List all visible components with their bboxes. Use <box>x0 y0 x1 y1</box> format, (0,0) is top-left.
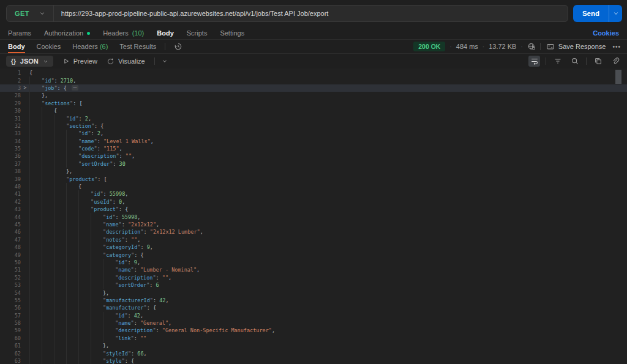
tab-settings[interactable]: Settings <box>220 29 244 37</box>
code-line[interactable]: 1{ <box>0 69 627 76</box>
indent-guide <box>54 335 66 342</box>
code-line[interactable]: 59"description": "General Non-Specific M… <box>0 327 627 334</box>
indent-guide <box>42 160 54 168</box>
response-tab-cookies[interactable]: Cookies <box>37 40 61 53</box>
indent-guide <box>54 274 66 281</box>
code-line[interactable]: 39"products": [ <box>0 175 627 182</box>
indent-guide <box>103 319 115 327</box>
indent-guide <box>42 259 54 266</box>
code-line[interactable]: 46"description": "2x12x12 Lumber", <box>0 228 627 236</box>
filter-button[interactable] <box>552 56 563 67</box>
scrollbar-thumb[interactable] <box>615 70 621 84</box>
code-line[interactable]: 35"code": "115", <box>0 145 627 152</box>
code-line[interactable]: 28}, <box>0 92 627 99</box>
link-button[interactable] <box>609 56 621 67</box>
response-tab-headers[interactable]: Headers (6) <box>72 40 108 53</box>
network-info-button[interactable] <box>527 42 536 51</box>
url-input[interactable] <box>54 6 568 21</box>
code-line[interactable]: 58"name": "General", <box>0 319 627 327</box>
code-line[interactable]: 47"notes": "", <box>0 236 627 243</box>
code-line[interactable]: 42"useId": 0, <box>0 198 627 206</box>
code-line[interactable]: 34"name": "Level 1 Walls", <box>0 138 627 145</box>
code-line[interactable]: 30{ <box>0 107 627 114</box>
indent-guide <box>78 319 91 327</box>
indent-guide <box>78 198 91 206</box>
code-line[interactable]: 63"style": { <box>0 357 627 364</box>
code-line[interactable]: 2"id": 2710, <box>0 76 627 84</box>
code-line[interactable]: 61}, <box>0 342 627 349</box>
divider <box>546 58 546 65</box>
search-button[interactable] <box>569 56 580 67</box>
code-line[interactable]: 37"sortOrder": 30 <box>0 160 627 168</box>
code-line[interactable]: 36"description": "", <box>0 152 627 160</box>
indent-guide <box>42 327 54 334</box>
indent-guide <box>54 357 66 364</box>
indent-guide <box>29 138 42 145</box>
code-line[interactable]: 51"name": "Lumber - Nominal", <box>0 266 627 273</box>
line-number: 47 <box>0 237 21 243</box>
url-bar: GET <box>6 5 568 22</box>
line-number: 42 <box>0 199 21 205</box>
code-line[interactable]: 54}, <box>0 289 627 296</box>
indent-guide <box>78 251 91 258</box>
indent-guide <box>42 221 54 228</box>
save-response-button[interactable]: Save Response <box>546 42 606 51</box>
viewer-options-button[interactable] <box>159 56 171 67</box>
chevron-down-icon <box>162 58 168 64</box>
send-button[interactable]: Send <box>573 5 609 22</box>
response-tab-body[interactable]: Body <box>8 40 25 53</box>
code-line[interactable]: 32"section": { <box>0 122 627 130</box>
code-line[interactable]: 62"styleId": 66, <box>0 349 627 357</box>
code-line[interactable]: 29"sections": [ <box>0 100 627 107</box>
tab-params[interactable]: Params <box>8 29 31 37</box>
indent-guide <box>54 206 66 213</box>
code-line[interactable]: 33"id": 2, <box>0 130 627 137</box>
visualize-button[interactable]: Visualize <box>107 58 145 65</box>
code-line[interactable]: 56"manufacturer": { <box>0 304 627 311</box>
indent-guide <box>54 138 66 145</box>
indent-guide <box>29 114 42 122</box>
copy-button[interactable] <box>592 56 604 67</box>
indent-guide <box>54 168 66 175</box>
indent-guide <box>66 221 78 228</box>
code-line[interactable]: 45"name": "2x12x12", <box>0 221 627 228</box>
code-line[interactable]: 31"id": 2, <box>0 114 627 122</box>
code-line[interactable]: 48"categoryId": 9, <box>0 243 627 251</box>
tab-headers[interactable]: Headers (10) <box>103 29 144 37</box>
indent-guide <box>29 327 42 334</box>
code-line[interactable]: 38}, <box>0 168 627 175</box>
code-line[interactable]: 60"link": "" <box>0 335 627 342</box>
fold-chevron-icon[interactable]: > <box>21 85 29 91</box>
code-line[interactable]: 49"category": { <box>0 251 627 258</box>
code-line[interactable]: 53"sortOrder": 6 <box>0 281 627 289</box>
code-line[interactable]: 55"manufacturerId": 42, <box>0 297 627 304</box>
code-line[interactable]: 41"id": 55998, <box>0 190 627 198</box>
preview-button[interactable]: Preview <box>62 58 97 65</box>
code-line[interactable]: 52"description": "", <box>0 274 627 281</box>
tab-body[interactable]: Body <box>157 29 174 37</box>
method-selector[interactable]: GET <box>7 6 53 21</box>
response-tab-test-results[interactable]: Test Results <box>119 40 156 53</box>
collapsed-content-ellipsis[interactable]: ⋯ <box>72 85 78 91</box>
format-selector[interactable]: {} JSON <box>6 56 53 67</box>
code-line[interactable]: 44"id": 55998, <box>0 213 627 220</box>
wrap-text-button[interactable] <box>528 56 540 67</box>
tab-authorization[interactable]: Authorization <box>44 29 90 37</box>
indent-guide <box>29 342 42 349</box>
code-line[interactable]: 57"id": 42, <box>0 312 627 319</box>
more-actions-button[interactable]: ••• <box>612 43 621 50</box>
cookies-link[interactable]: Cookies <box>593 29 619 37</box>
response-history-button[interactable] <box>174 40 182 53</box>
send-options-button[interactable] <box>609 5 622 22</box>
code-line[interactable]: 50"id": 9, <box>0 259 627 266</box>
indent-guide <box>103 281 115 289</box>
indent-guide <box>54 114 66 122</box>
indent-guide <box>54 213 66 220</box>
code-line[interactable]: 3>"job": { ⋯ <box>0 84 627 92</box>
line-number: 54 <box>0 290 21 296</box>
indent-guide <box>29 107 42 114</box>
code-line[interactable]: 40{ <box>0 183 627 190</box>
indent-guide <box>29 259 42 266</box>
tab-scripts[interactable]: Scripts <box>187 29 208 37</box>
code-line[interactable]: 43"product": { <box>0 206 627 213</box>
